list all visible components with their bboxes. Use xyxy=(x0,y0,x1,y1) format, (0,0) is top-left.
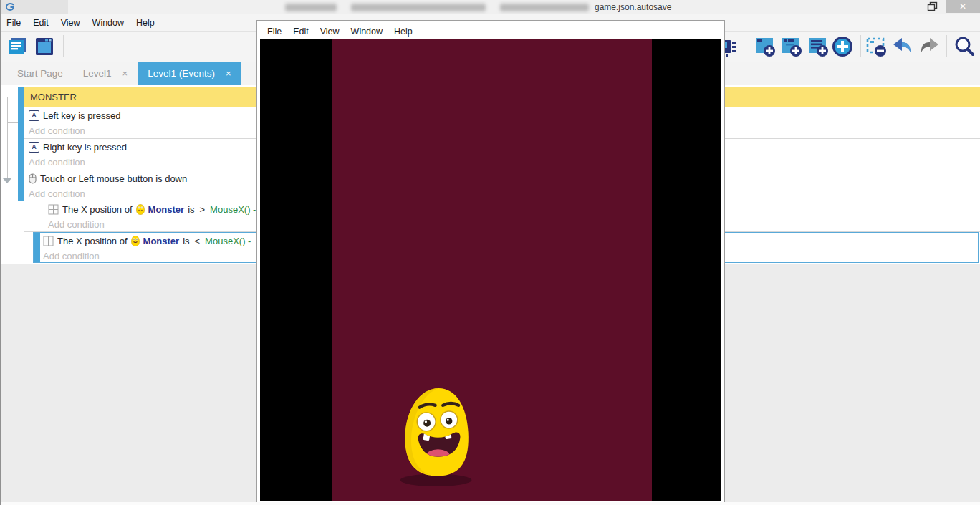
menu-view[interactable]: View xyxy=(61,18,80,28)
redacted-title-text xyxy=(351,4,486,11)
menu-view[interactable]: View xyxy=(320,27,340,37)
scene-editor-icon[interactable] xyxy=(33,35,56,58)
tree-line xyxy=(7,122,18,123)
game-preview-window: File Edit View Window Help xyxy=(256,20,725,503)
window-title: game.json.autosave xyxy=(595,2,671,12)
delete-event-icon[interactable] xyxy=(865,35,888,58)
condition-verb: is xyxy=(183,236,189,246)
collapse-arrow-icon[interactable] xyxy=(3,178,11,183)
event-color-bar xyxy=(18,139,24,170)
tree-line xyxy=(7,148,18,148)
tab-label: Start Page xyxy=(17,68,63,79)
object-name[interactable]: Monster xyxy=(143,236,180,246)
add-circle-plus-icon[interactable] xyxy=(831,35,854,58)
menu-edit[interactable]: Edit xyxy=(293,27,309,37)
search-icon[interactable] xyxy=(953,35,976,58)
toolbar-separator xyxy=(860,35,861,57)
condition-text[interactable]: Touch or Left mouse button is down xyxy=(40,173,187,184)
menu-window[interactable]: Window xyxy=(351,27,383,37)
minimize-button[interactable]: – xyxy=(904,0,923,13)
menu-file[interactable]: File xyxy=(267,27,282,37)
position-icon xyxy=(48,204,59,215)
tab-level1-events[interactable]: Level1 (Events) × xyxy=(138,62,241,85)
menu-edit[interactable]: Edit xyxy=(33,18,49,28)
event-color-bar xyxy=(18,107,24,139)
tab-level1[interactable]: Level1 × xyxy=(73,62,138,85)
tab-close-icon[interactable]: × xyxy=(226,68,231,79)
object-name[interactable]: Monster xyxy=(148,204,185,215)
add-sub-event-icon[interactable] xyxy=(780,35,803,58)
game-stage[interactable] xyxy=(332,39,652,501)
menu-help[interactable]: Help xyxy=(394,27,413,37)
tree-line xyxy=(7,97,8,179)
condition-operator: > xyxy=(200,204,206,215)
condition-expression[interactable]: MouseX() - xyxy=(210,204,256,215)
project-manager-icon[interactable] xyxy=(6,35,29,58)
monster-thumbnail-icon xyxy=(136,204,145,215)
condition-verb: is xyxy=(188,204,194,215)
event-color-bar xyxy=(18,87,24,107)
condition-prefix: The X position of xyxy=(57,236,128,246)
menu-window[interactable]: Window xyxy=(92,18,124,28)
position-icon xyxy=(43,236,54,246)
redacted-title-text xyxy=(285,4,337,11)
monster-sprite xyxy=(396,384,479,487)
toolbar-separator xyxy=(946,35,947,57)
event-color-bar xyxy=(18,170,24,201)
redo-icon[interactable] xyxy=(918,35,941,58)
condition-expression[interactable]: MouseX() - xyxy=(205,236,251,246)
toolbar-separator xyxy=(749,35,749,57)
menu-help[interactable]: Help xyxy=(136,18,155,28)
tab-start-page[interactable]: Start Page xyxy=(7,62,73,85)
condition-text[interactable]: Left key is pressed xyxy=(43,110,120,121)
app-icon xyxy=(5,2,15,12)
tab-label: Level1 xyxy=(83,68,112,79)
redacted-title-text xyxy=(500,4,589,11)
comment-text: MONSTER xyxy=(30,92,77,102)
condition-text[interactable]: Right key is pressed xyxy=(43,142,127,153)
monster-thumbnail-icon xyxy=(131,236,140,246)
undo-icon[interactable] xyxy=(891,35,914,58)
tab-close-icon[interactable]: × xyxy=(123,68,128,79)
toolbar-separator xyxy=(63,35,64,57)
preview-menu-bar: File Edit View Window Help xyxy=(260,23,721,39)
keyboard-key-icon: A xyxy=(29,142,39,153)
restore-button[interactable] xyxy=(927,1,938,11)
add-event-icon[interactable] xyxy=(754,35,777,58)
menu-file[interactable]: File xyxy=(6,18,21,28)
window-bottom-edge xyxy=(0,502,980,505)
condition-prefix: The X position of xyxy=(62,204,133,215)
condition-operator: < xyxy=(195,236,201,246)
close-button[interactable]: ✕ xyxy=(946,0,980,13)
mouse-icon xyxy=(29,173,37,184)
game-canvas[interactable] xyxy=(260,39,721,501)
window-left-edge xyxy=(0,0,1,505)
add-comment-icon[interactable] xyxy=(807,35,830,58)
tab-label: Level1 (Events) xyxy=(148,68,215,79)
title-bar: game.json.autosave – ✕ xyxy=(0,0,980,14)
tree-line xyxy=(7,97,18,97)
keyboard-key-icon: A xyxy=(29,110,39,121)
event-color-bar xyxy=(34,233,40,262)
